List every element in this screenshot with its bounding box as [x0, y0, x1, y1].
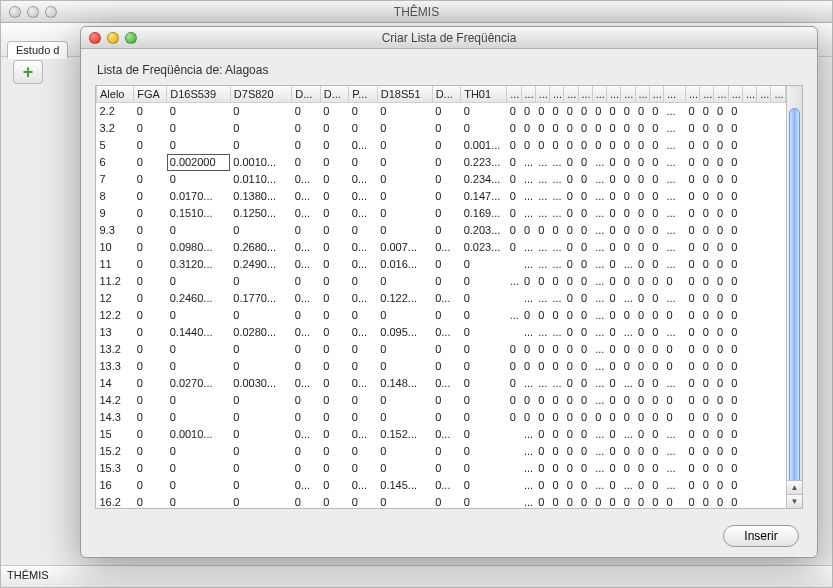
value-cell[interactable]: 0 [535, 341, 549, 358]
value-cell[interactable]: 0 [578, 222, 592, 239]
value-cell[interactable]: ... [521, 188, 535, 205]
value-cell[interactable]: 0 [320, 358, 349, 375]
value-cell[interactable]: ... [535, 375, 549, 392]
value-cell[interactable]: ... [664, 188, 686, 205]
column-header[interactable]: ... [635, 86, 649, 103]
value-cell[interactable]: 0 [377, 137, 432, 154]
value-cell[interactable]: ... [664, 443, 686, 460]
value-cell[interactable]: 0 [635, 392, 649, 409]
value-cell[interactable]: 0 [635, 477, 649, 494]
value-cell[interactable]: ... [592, 426, 606, 443]
value-cell[interactable]: ... [535, 188, 549, 205]
value-cell[interactable]: 0.1250... [230, 205, 291, 222]
value-cell[interactable]: 0 [167, 137, 231, 154]
value-cell[interactable] [757, 460, 771, 477]
value-cell[interactable]: 0 [649, 103, 663, 120]
value-cell[interactable]: 0 [432, 137, 461, 154]
value-cell[interactable] [757, 290, 771, 307]
value-cell[interactable]: 0 [134, 307, 167, 324]
value-cell[interactable]: 0 [592, 137, 606, 154]
value-cell[interactable]: 0 [728, 358, 742, 375]
value-cell[interactable]: 0... [292, 375, 321, 392]
value-cell[interactable]: 0.0010... [230, 154, 291, 171]
value-cell[interactable]: 0 [635, 137, 649, 154]
value-cell[interactable]: 0 [521, 103, 535, 120]
value-cell[interactable]: 0 [578, 154, 592, 171]
value-cell[interactable]: 0 [635, 443, 649, 460]
value-cell[interactable]: 0 [649, 137, 663, 154]
value-cell[interactable]: 0 [320, 290, 349, 307]
value-cell[interactable] [757, 239, 771, 256]
value-cell[interactable]: 0.169... [461, 205, 507, 222]
value-cell[interactable] [742, 409, 756, 426]
value-cell[interactable]: 0 [507, 375, 521, 392]
value-cell[interactable]: 0 [564, 137, 578, 154]
value-cell[interactable]: 0 [714, 188, 728, 205]
value-cell[interactable]: 0 [230, 409, 291, 426]
value-cell[interactable]: 0 [607, 409, 621, 426]
allele-cell[interactable]: 9 [97, 205, 134, 222]
value-cell[interactable] [742, 154, 756, 171]
value-cell[interactable]: 0 [649, 426, 663, 443]
value-cell[interactable]: 0 [714, 290, 728, 307]
value-cell[interactable]: 0 [728, 494, 742, 509]
value-cell[interactable]: 0 [607, 392, 621, 409]
value-cell[interactable] [757, 324, 771, 341]
value-cell[interactable]: 0 [134, 256, 167, 273]
value-cell[interactable]: ... [592, 460, 606, 477]
value-cell[interactable]: 0... [349, 188, 378, 205]
value-cell[interactable]: 0... [432, 375, 461, 392]
value-cell[interactable]: 0 [685, 188, 699, 205]
value-cell[interactable]: 0 [134, 426, 167, 443]
value-cell[interactable]: 0... [292, 324, 321, 341]
value-cell[interactable] [757, 392, 771, 409]
value-cell[interactable]: 0 [649, 290, 663, 307]
column-header[interactable]: ... [507, 86, 521, 103]
value-cell[interactable]: 0 [685, 443, 699, 460]
value-cell[interactable]: 0 [578, 256, 592, 273]
value-cell[interactable]: 0 [607, 222, 621, 239]
value-cell[interactable] [742, 460, 756, 477]
value-cell[interactable]: 0 [685, 239, 699, 256]
value-cell[interactable]: ... [535, 256, 549, 273]
value-cell[interactable]: 0... [292, 290, 321, 307]
value-cell[interactable]: 0 [621, 443, 635, 460]
value-cell[interactable]: 0 [664, 392, 686, 409]
value-cell[interactable]: 0 [685, 324, 699, 341]
value-cell[interactable]: 0 [521, 341, 535, 358]
value-cell[interactable]: ... [592, 392, 606, 409]
value-cell[interactable]: 0 [230, 103, 291, 120]
value-cell[interactable]: 0 [167, 460, 231, 477]
value-cell[interactable] [757, 494, 771, 509]
value-cell[interactable]: 0 [134, 375, 167, 392]
table-row[interactable]: 12.2000000000...00000...000000000 [97, 307, 786, 324]
table-row[interactable]: 800.0170...0.1380...0...00...000.147...0… [97, 188, 786, 205]
value-cell[interactable]: 0 [635, 494, 649, 509]
value-cell[interactable]: 0 [230, 392, 291, 409]
value-cell[interactable]: 0 [550, 273, 564, 290]
value-cell[interactable]: 0 [377, 307, 432, 324]
value-cell[interactable]: 0.0030... [230, 375, 291, 392]
value-cell[interactable]: 0 [507, 358, 521, 375]
value-cell[interactable]: 0... [432, 239, 461, 256]
value-cell[interactable]: 0 [607, 324, 621, 341]
value-cell[interactable]: 0 [649, 256, 663, 273]
scroll-up-icon[interactable]: ▲ [787, 480, 802, 494]
value-cell[interactable]: 0 [578, 494, 592, 509]
value-cell[interactable]: 0 [635, 307, 649, 324]
column-header[interactable]: D16S539 [167, 86, 231, 103]
value-cell[interactable] [771, 307, 786, 324]
value-cell[interactable]: 0 [635, 171, 649, 188]
value-cell[interactable]: 0 [578, 290, 592, 307]
value-cell[interactable]: 0 [700, 205, 714, 222]
value-cell[interactable]: ... [535, 290, 549, 307]
value-cell[interactable]: 0 [564, 103, 578, 120]
allele-cell[interactable]: 2.2 [97, 103, 134, 120]
value-cell[interactable]: 0 [521, 120, 535, 137]
value-cell[interactable]: ... [521, 426, 535, 443]
value-cell[interactable]: ... [521, 375, 535, 392]
value-cell[interactable]: 0 [700, 494, 714, 509]
allele-cell[interactable]: 13 [97, 324, 134, 341]
value-cell[interactable] [742, 358, 756, 375]
allele-cell[interactable]: 11.2 [97, 273, 134, 290]
